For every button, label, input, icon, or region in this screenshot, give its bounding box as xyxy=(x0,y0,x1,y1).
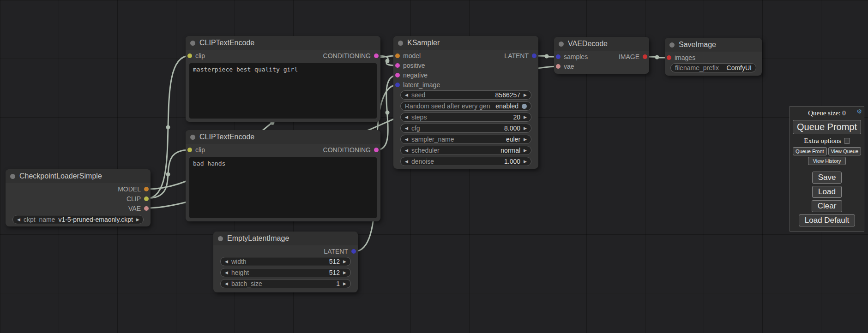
node-title-bar[interactable]: CLIPTextEncode xyxy=(186,36,380,50)
prev-value-icon[interactable] xyxy=(17,218,20,222)
input-slot-clip[interactable]: clip xyxy=(187,52,205,59)
prev-value-icon[interactable] xyxy=(405,137,408,142)
decrement-icon[interactable] xyxy=(225,271,228,275)
node-empty-latent-image[interactable]: EmptyLatentImage LATENT width 512 height… xyxy=(213,232,358,292)
denoise-number-widget[interactable]: denoise 1.000 xyxy=(400,157,531,166)
conditioning-slot-dot-icon[interactable] xyxy=(374,148,379,152)
latent-slot-dot-icon[interactable] xyxy=(532,54,536,58)
queue-prompt-button[interactable]: Queue Prompt xyxy=(793,120,861,134)
output-slot-conditioning[interactable]: CONDITIONING xyxy=(323,52,379,59)
input-slot-vae[interactable]: vae xyxy=(556,63,574,70)
decrement-icon[interactable] xyxy=(405,93,408,97)
load-button[interactable]: Load xyxy=(812,186,842,198)
negative-prompt-textarea[interactable]: bad hands xyxy=(189,157,377,218)
scheduler-combo-widget[interactable]: scheduler normal xyxy=(400,146,531,155)
next-value-icon[interactable] xyxy=(524,149,527,153)
clear-button[interactable]: Clear xyxy=(812,200,843,212)
collapse-icon[interactable] xyxy=(669,42,675,48)
node-title-bar[interactable]: KSampler xyxy=(393,36,538,50)
latent-slot-dot-icon[interactable] xyxy=(351,249,356,254)
clip-slot-dot-icon[interactable] xyxy=(144,196,149,201)
extra-options-checkbox[interactable] xyxy=(844,138,850,144)
collapse-icon[interactable] xyxy=(398,41,403,46)
node-clip-text-encode-positive[interactable]: CLIPTextEncode clip CONDITIONING masterp… xyxy=(186,36,380,122)
increment-icon[interactable] xyxy=(343,282,346,286)
queue-front-button[interactable]: Queue Front xyxy=(793,147,827,155)
input-slot-images[interactable]: images xyxy=(667,54,695,61)
output-slot-latent[interactable]: LATENT xyxy=(324,248,356,255)
vae-slot-dot-icon[interactable] xyxy=(144,206,149,211)
filename-prefix-text-widget[interactable]: filename_prefix ComfyUI xyxy=(670,63,756,72)
output-slot-vae[interactable]: VAE xyxy=(128,205,149,212)
image-slot-dot-icon[interactable] xyxy=(667,55,671,60)
height-number-widget[interactable]: height 512 xyxy=(220,268,351,277)
conditioning-slot-dot-icon[interactable] xyxy=(395,63,400,68)
seed-number-widget[interactable]: seed 8566257 xyxy=(400,90,531,100)
conditioning-slot-dot-icon[interactable] xyxy=(374,54,379,58)
collapse-icon[interactable] xyxy=(218,236,223,241)
collapse-icon[interactable] xyxy=(10,174,15,179)
collapse-icon[interactable] xyxy=(559,42,564,47)
latent-slot-dot-icon[interactable] xyxy=(556,54,561,59)
node-vae-decode[interactable]: VAEDecode samples IMAGE vae xyxy=(554,37,649,74)
collapse-icon[interactable] xyxy=(190,41,195,46)
view-queue-button[interactable]: View Queue xyxy=(828,147,861,155)
next-value-icon[interactable] xyxy=(524,137,527,142)
width-number-widget[interactable]: width 512 xyxy=(220,257,351,266)
conditioning-slot-dot-icon[interactable] xyxy=(395,73,400,77)
increment-icon[interactable] xyxy=(524,115,527,119)
node-save-image[interactable]: SaveImage images filename_prefix ComfyUI xyxy=(665,38,762,76)
input-slot-negative[interactable]: negative xyxy=(395,71,428,79)
random-seed-toggle-widget[interactable]: Random seed after every gen enabled xyxy=(400,101,531,111)
model-slot-dot-icon[interactable] xyxy=(395,54,400,58)
output-slot-model[interactable]: MODEL xyxy=(118,185,149,193)
node-clip-text-encode-negative[interactable]: CLIPTextEncode clip CONDITIONING bad han… xyxy=(186,130,380,221)
ckpt-name-combo-widget[interactable]: ckpt_name v1-5-pruned-emaonly.ckpt xyxy=(12,215,144,224)
next-value-icon[interactable] xyxy=(136,218,139,222)
increment-icon[interactable] xyxy=(343,260,346,264)
input-slot-latent-image[interactable]: latent_image xyxy=(395,81,440,89)
sampler-name-combo-widget[interactable]: sampler_name euler xyxy=(400,135,531,144)
batch-size-number-widget[interactable]: batch_size 1 xyxy=(220,279,351,288)
decrement-icon[interactable] xyxy=(405,160,408,164)
decrement-icon[interactable] xyxy=(405,126,408,131)
input-slot-clip[interactable]: clip xyxy=(187,146,205,154)
node-checkpoint-loader-simple[interactable]: CheckpointLoaderSimple MODEL CLIP VAE ck… xyxy=(6,169,151,226)
latent-slot-dot-icon[interactable] xyxy=(395,83,400,87)
increment-icon[interactable] xyxy=(343,271,346,275)
input-slot-model[interactable]: model xyxy=(395,52,421,59)
node-title-bar[interactable]: VAEDecode xyxy=(554,37,649,51)
steps-number-widget[interactable]: steps 20 xyxy=(400,113,531,122)
decrement-icon[interactable] xyxy=(405,115,408,119)
prev-value-icon[interactable] xyxy=(405,149,408,153)
input-slot-positive[interactable]: positive xyxy=(395,62,425,69)
decrement-icon[interactable] xyxy=(225,260,228,264)
node-title-bar[interactable]: SaveImage xyxy=(665,38,762,52)
vae-slot-dot-icon[interactable] xyxy=(556,64,561,69)
input-slot-samples[interactable]: samples xyxy=(556,53,588,60)
increment-icon[interactable] xyxy=(524,160,527,164)
collapse-icon[interactable] xyxy=(190,135,195,140)
node-title-bar[interactable]: CheckpointLoaderSimple xyxy=(6,169,151,183)
cfg-number-widget[interactable]: cfg 8.000 xyxy=(400,124,531,133)
output-slot-latent[interactable]: LATENT xyxy=(504,52,536,59)
increment-icon[interactable] xyxy=(524,93,527,97)
node-ksampler[interactable]: KSampler model LATENT positive negative xyxy=(393,36,538,169)
view-history-button[interactable]: View History xyxy=(808,157,846,165)
image-slot-dot-icon[interactable] xyxy=(643,54,647,59)
settings-gear-icon[interactable]: ⚙ xyxy=(856,108,862,115)
model-slot-dot-icon[interactable] xyxy=(144,187,149,191)
clip-slot-dot-icon[interactable] xyxy=(187,54,192,58)
clip-slot-dot-icon[interactable] xyxy=(187,148,192,152)
positive-prompt-textarea[interactable]: masterpiece best quality girl xyxy=(189,63,377,119)
node-title-bar[interactable]: EmptyLatentImage xyxy=(213,232,358,245)
output-slot-image[interactable]: IMAGE xyxy=(619,53,647,60)
save-button[interactable]: Save xyxy=(812,172,842,184)
increment-icon[interactable] xyxy=(524,126,527,131)
node-title-bar[interactable]: CLIPTextEncode xyxy=(186,130,380,144)
output-slot-clip[interactable]: CLIP xyxy=(127,195,149,202)
toggle-on-indicator-icon[interactable] xyxy=(522,104,527,109)
output-slot-conditioning[interactable]: CONDITIONING xyxy=(323,146,379,154)
decrement-icon[interactable] xyxy=(225,282,228,286)
load-default-button[interactable]: Load Default xyxy=(799,214,855,226)
